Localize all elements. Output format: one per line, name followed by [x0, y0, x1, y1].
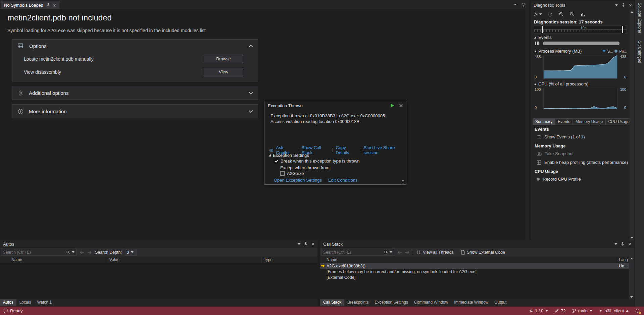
tab-output[interactable]: Output	[491, 299, 509, 306]
tab-locals[interactable]: Locals	[16, 299, 34, 306]
start-live-share-link[interactable]: Start Live Share session	[364, 145, 406, 155]
column-value[interactable]: Value	[109, 257, 119, 262]
window-menu-icon[interactable]	[614, 243, 617, 245]
call-stack-titlebar: Call Stack	[320, 240, 634, 248]
reset-view-icon[interactable]	[580, 12, 585, 17]
pin-icon[interactable]	[304, 242, 308, 246]
break-checkbox[interactable]	[274, 159, 278, 163]
git-repo-status[interactable]: s3ll_client	[599, 308, 629, 313]
timeline-marker-end[interactable]	[622, 26, 623, 33]
call-stack-frame-row[interactable]: [External Code]	[320, 274, 629, 280]
show-events-row[interactable]: Show Events (1 of 1)	[537, 134, 585, 139]
pin-icon[interactable]	[46, 3, 50, 7]
tab-no-symbols-loaded[interactable]: No Symbols Loaded	[1, 1, 59, 9]
tab-exception-settings[interactable]: Exception Settings	[371, 299, 411, 306]
search-input[interactable]	[3, 250, 64, 255]
tab-memory-usage[interactable]: Memory Usage	[573, 118, 605, 125]
heap-profiling-row[interactable]: Enable heap profiling (affects performan…	[537, 160, 628, 165]
window-menu-icon[interactable]	[298, 243, 300, 245]
exception-settings-expander[interactable]: Exception Settings	[268, 153, 309, 158]
tab-events[interactable]: Events	[555, 118, 573, 125]
timeline-marker-start[interactable]	[542, 26, 543, 33]
autos-grid[interactable]	[0, 263, 317, 299]
options-header[interactable]: Options	[12, 40, 258, 52]
close-icon[interactable]	[628, 243, 631, 246]
resize-grip[interactable]	[402, 180, 405, 183]
call-stack-scrollbar[interactable]	[629, 256, 634, 299]
column-divider[interactable]	[261, 257, 261, 263]
open-exception-settings-link[interactable]: Open Exception Settings	[274, 178, 322, 183]
forward-arrow-icon[interactable]	[405, 250, 410, 254]
more-information-header[interactable]: More information	[12, 105, 258, 118]
column-divider[interactable]	[617, 257, 617, 263]
zoom-out-icon[interactable]	[569, 12, 575, 17]
window-menu-icon[interactable]	[615, 4, 618, 6]
scroll-down-icon[interactable]	[630, 296, 633, 298]
copy-details-link[interactable]: Copy Details	[336, 145, 358, 155]
git-branch-status[interactable]: main	[572, 308, 592, 313]
feedback-icon[interactable]	[3, 308, 8, 313]
search-depth-select[interactable]: 3	[125, 249, 137, 256]
close-icon[interactable]	[629, 4, 632, 7]
tab-breakpoints[interactable]: Breakpoints	[344, 299, 371, 306]
tab-immediate-window[interactable]: Immediate Window	[451, 299, 491, 306]
view-button[interactable]: View	[204, 68, 243, 76]
back-arrow-icon[interactable]	[397, 250, 402, 254]
export-icon[interactable]	[548, 12, 553, 17]
scroll-up-icon[interactable]	[630, 258, 633, 259]
error-list-status[interactable]: 1 / 0	[529, 308, 548, 313]
scroll-up-icon[interactable]	[631, 11, 633, 13]
zoom-in-icon[interactable]	[559, 12, 564, 17]
document-tab-bar: No Symbols Loaded	[0, 0, 529, 9]
tab-cpu-usage[interactable]: CPU Usage	[605, 118, 632, 125]
diagnostics-scrollbar[interactable]	[630, 9, 634, 240]
tab-command-window[interactable]: Command Window	[411, 299, 451, 306]
pending-edits-status[interactable]: 72	[554, 308, 565, 313]
close-icon[interactable]	[399, 104, 403, 107]
sidebar-tab-solution-explorer[interactable]: Solution Explorer	[637, 3, 642, 33]
module-checkbox[interactable]	[280, 171, 285, 176]
tab-summary[interactable]: Summary	[533, 118, 555, 125]
view-all-threads-button[interactable]: View all Threads	[416, 250, 454, 255]
search-options-icon[interactable]	[72, 251, 75, 253]
current-frame-arrow-icon	[321, 264, 325, 268]
cpu-section-header[interactable]: CPU (% of all processors)	[534, 81, 589, 86]
settings-gear-button[interactable]	[533, 12, 542, 17]
window-options-gear-icon[interactable]	[521, 2, 526, 7]
record-cpu-row[interactable]: Record CPU Profile	[537, 177, 581, 182]
take-snapshot-row[interactable]: Take Snapshot	[537, 151, 574, 156]
search-options-icon[interactable]	[390, 251, 392, 253]
browse-button[interactable]: Browse	[204, 55, 243, 63]
edit-conditions-link[interactable]: Edit Conditions	[328, 178, 357, 183]
sidebar-tab-git-changes[interactable]: Git Changes	[637, 41, 642, 63]
call-stack-frame-row[interactable]: A2G.exe!010d38b3() Un...	[320, 263, 629, 269]
memory-section-header[interactable]: Process Memory (MB) S... Pri...	[534, 49, 627, 54]
events-section-header[interactable]: Events	[534, 35, 552, 40]
show-external-code-button[interactable]: Show External Code	[461, 250, 505, 255]
notifications-bell[interactable]	[635, 308, 640, 313]
column-lang[interactable]: Lang	[619, 257, 628, 262]
scroll-down-icon[interactable]	[631, 237, 633, 239]
column-name[interactable]: Name	[327, 257, 337, 262]
call-stack-frame-row[interactable]: [Frames below may be incorrect and/or mi…	[320, 269, 629, 274]
tab-autos[interactable]: Autos	[0, 299, 16, 306]
tab-watch-1[interactable]: Watch 1	[34, 299, 55, 306]
close-icon[interactable]	[53, 4, 56, 7]
column-divider[interactable]	[107, 257, 107, 263]
tab-call-stack[interactable]: Call Stack	[320, 299, 344, 306]
summary-cpu-heading: CPU Usage	[535, 169, 558, 174]
continue-play-icon[interactable]	[391, 104, 394, 108]
pin-icon[interactable]	[622, 3, 625, 7]
pin-icon[interactable]	[621, 242, 625, 246]
column-type[interactable]: Type	[264, 257, 273, 262]
forward-arrow-icon[interactable]	[87, 250, 92, 254]
diagnostics-timeline-ruler[interactable]: 10s	[534, 25, 627, 34]
column-name[interactable]: Name	[11, 257, 22, 262]
active-files-dropdown-icon[interactable]	[514, 4, 516, 5]
back-arrow-icon[interactable]	[80, 250, 84, 254]
close-icon[interactable]	[311, 243, 314, 246]
search-input[interactable]	[323, 250, 382, 255]
document-scrollbar[interactable]	[525, 9, 529, 240]
additional-options-header[interactable]: Additional options	[12, 86, 258, 100]
pause-button[interactable]	[534, 41, 540, 46]
